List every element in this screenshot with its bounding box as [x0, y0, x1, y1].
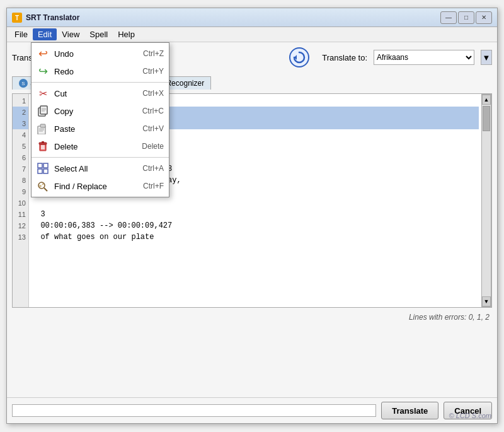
separator-2 — [32, 157, 169, 158]
separator-1 — [32, 82, 169, 83]
svg-rect-8 — [40, 124, 45, 127]
menu-spell[interactable]: Spell — [84, 28, 113, 40]
refresh-button[interactable] — [289, 47, 309, 67]
maximize-button[interactable]: □ — [458, 11, 474, 24]
app-icon: T — [12, 13, 22, 23]
line-num-9: 9 — [13, 186, 28, 197]
bottom-bar: Translate Cancel — [7, 397, 497, 423]
cancel-button[interactable]: Cancel — [444, 402, 492, 419]
paste-shortcut: Ctrl+V — [142, 124, 164, 133]
svg-line-23 — [44, 188, 47, 191]
text-line-13: of what goes on our plate — [32, 231, 479, 243]
menu-redo[interactable]: ↪ Redo Ctrl+Y — [32, 62, 169, 80]
line-num-3: 3 — [13, 118, 28, 129]
translate-to-select[interactable]: Afrikaans French Spanish German Italian — [374, 50, 474, 65]
minimize-button[interactable]: — — [440, 11, 457, 24]
text-line-10 — [32, 197, 479, 209]
text-line-11: 3 — [32, 209, 479, 220]
copy-shortcut: Ctrl+C — [142, 107, 164, 115]
translate-to-label: Translate to: — [322, 53, 367, 62]
findreplace-shortcut: Ctrl+F — [143, 182, 164, 190]
line-numbers: 1 2 3 4 5 6 7 8 9 10 11 12 13 — [13, 94, 29, 307]
cut-icon: ✂ — [37, 87, 49, 100]
svg-rect-20 — [38, 169, 42, 173]
progress-bar — [12, 404, 376, 417]
errors-status: Lines with errors: 0, 1, 2 — [409, 313, 490, 322]
menu-bar: File Edit View Spell Help ↩ Undo Ctrl+Z … — [7, 27, 497, 42]
undo-icon: ↩ — [37, 47, 49, 60]
menu-delete[interactable]: Delete Delete — [32, 137, 169, 155]
paste-label: Paste — [54, 124, 137, 134]
paste-icon — [37, 122, 49, 135]
line-num-13: 13 — [13, 231, 28, 243]
translate-button[interactable]: Translate — [381, 402, 438, 419]
cut-shortcut: Ctrl+X — [142, 89, 164, 98]
to-select-dropdown-arrow[interactable]: ▼ — [481, 50, 492, 65]
menu-selectall[interactable]: Select All Ctrl+A — [32, 160, 169, 177]
menu-undo[interactable]: ↩ Undo Ctrl+Z — [32, 45, 169, 62]
text-line-12: 00:00:06,383 --> 00:00:09,427 — [32, 220, 479, 231]
svg-rect-18 — [38, 163, 42, 168]
line-num-1: 1 — [13, 95, 28, 107]
title-bar: T SRT Translator — □ ✕ — [7, 8, 497, 27]
svg-rect-21 — [43, 169, 48, 173]
menu-paste[interactable]: Paste Ctrl+V — [32, 120, 169, 137]
undo-label: Undo — [54, 49, 138, 59]
close-button[interactable]: ✕ — [476, 11, 492, 24]
svg-rect-19 — [43, 163, 48, 168]
line-num-8: 8 — [13, 175, 28, 186]
line-num-5: 5 — [13, 141, 28, 152]
status-row: Lines with errors: 0, 1, 2 — [12, 312, 492, 323]
scroll-down-arrow[interactable]: ▼ — [482, 296, 491, 306]
delete-label: Delete — [54, 142, 137, 151]
selectall-icon — [37, 162, 49, 175]
line-num-7: 7 — [13, 163, 28, 175]
menu-edit[interactable]: Edit — [33, 28, 57, 40]
cut-label: Cut — [54, 89, 137, 98]
findreplace-icon — [37, 180, 49, 192]
menu-cut[interactable]: ✂ Cut Ctrl+X — [32, 85, 169, 102]
window-title: SRT Translator — [26, 13, 440, 22]
line-num-4: 4 — [13, 129, 28, 141]
menu-help[interactable]: Help — [113, 28, 140, 40]
svg-rect-14 — [42, 141, 44, 143]
svg-point-25 — [42, 184, 44, 185]
svg-text:T: T — [15, 15, 19, 21]
line-num-2: 2 — [13, 107, 28, 118]
menu-file[interactable]: File — [9, 28, 33, 40]
svg-point-24 — [39, 185, 42, 187]
main-window: T SRT Translator — □ ✕ File Edit View Sp… — [6, 8, 498, 424]
undo-shortcut: Ctrl+Z — [143, 49, 164, 58]
menu-view[interactable]: View — [57, 28, 84, 40]
delete-shortcut: Delete — [142, 142, 164, 151]
scroll-up-arrow[interactable]: ▲ — [482, 95, 491, 105]
menu-findreplace[interactable]: Find / Replace Ctrl+F — [32, 177, 169, 195]
redo-icon: ↪ — [37, 65, 49, 78]
selectall-shortcut: Ctrl+A — [142, 164, 164, 173]
line-num-6: 6 — [13, 152, 28, 163]
edit-dropdown-menu: ↩ Undo Ctrl+Z ↪ Redo Ctrl+Y ✂ Cut Ctrl+X — [31, 42, 169, 197]
vertical-scrollbar[interactable]: ▲ ▼ — [481, 94, 491, 307]
redo-label: Redo — [54, 67, 137, 76]
subsync-icon: S — [19, 79, 28, 88]
line-num-12: 12 — [13, 220, 28, 231]
copy-icon — [37, 105, 49, 117]
redo-shortcut: Ctrl+Y — [142, 67, 164, 76]
window-controls: — □ ✕ — [440, 11, 492, 24]
scroll-thumb[interactable] — [483, 106, 490, 131]
line-num-11: 11 — [13, 209, 28, 220]
copy-label: Copy — [54, 107, 137, 116]
selectall-label: Select All — [54, 164, 137, 173]
menu-copy[interactable]: Copy Ctrl+C — [32, 102, 169, 120]
line-num-10: 10 — [13, 197, 28, 209]
findreplace-label: Find / Replace — [54, 182, 138, 191]
delete-icon — [37, 140, 49, 153]
